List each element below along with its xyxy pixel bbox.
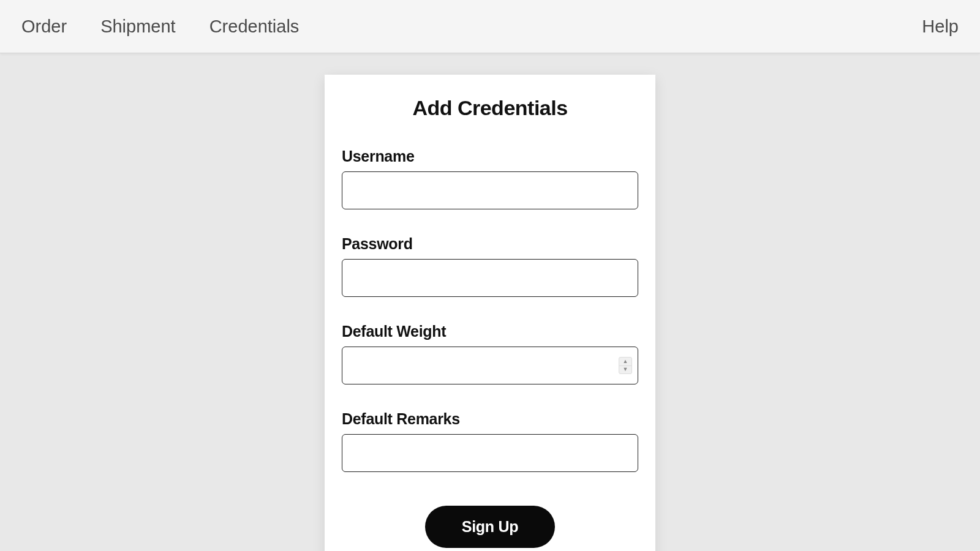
default-remarks-label: Default Remarks <box>342 410 638 428</box>
username-label: Username <box>342 148 638 165</box>
chevron-up-icon: ▲ <box>623 359 628 364</box>
form-group-password: Password <box>342 235 638 297</box>
stepper-down-button[interactable]: ▼ <box>619 366 631 374</box>
stepper-up-button[interactable]: ▲ <box>619 358 631 366</box>
navbar: Order Shipment Credentials Help <box>0 0 980 53</box>
form-group-username: Username <box>342 148 638 209</box>
password-input[interactable] <box>342 259 638 297</box>
credentials-card: Add Credentials Username Password Defaul… <box>325 75 655 551</box>
submit-wrapper: Sign Up <box>342 506 638 548</box>
username-input[interactable] <box>342 171 638 209</box>
nav-item-credentials[interactable]: Credentials <box>209 17 300 37</box>
form-group-default-weight: Default Weight ▲ ▼ <box>342 323 638 384</box>
number-stepper: ▲ ▼ <box>619 357 632 374</box>
nav-item-help[interactable]: Help <box>922 17 959 37</box>
chevron-down-icon: ▼ <box>623 367 628 372</box>
default-weight-input[interactable] <box>342 347 638 384</box>
nav-item-shipment[interactable]: Shipment <box>100 17 176 37</box>
form-group-default-remarks: Default Remarks <box>342 410 638 472</box>
sign-up-button[interactable]: Sign Up <box>425 506 555 548</box>
number-input-wrapper: ▲ ▼ <box>342 347 638 384</box>
card-container: Add Credentials Username Password Defaul… <box>0 53 980 551</box>
default-weight-label: Default Weight <box>342 323 638 340</box>
password-label: Password <box>342 235 638 253</box>
nav-left: Order Shipment Credentials <box>21 17 299 37</box>
nav-item-order[interactable]: Order <box>21 17 67 37</box>
card-title: Add Credentials <box>342 96 638 120</box>
default-remarks-input[interactable] <box>342 434 638 472</box>
